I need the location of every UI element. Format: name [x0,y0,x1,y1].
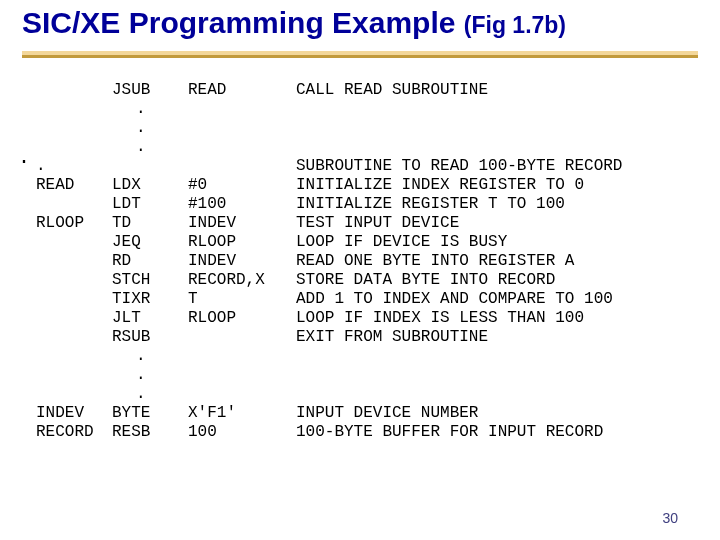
code-operand [188,329,296,348]
code-row: RLOOPTDINDEVTEST INPUT DEVICE [36,215,700,234]
code-operand: RECORD,X [188,272,296,291]
code-label [36,310,112,329]
code-label [36,82,112,101]
code-vertical-dot: . [36,386,700,405]
code-opcode: RSUB [112,329,188,348]
code-row: LDT#100INITIALIZE REGISTER T TO 100 [36,196,700,215]
code-row: RDINDEVREAD ONE BYTE INTO REGISTER A [36,253,700,272]
title-underline [22,51,698,61]
code-opcode: TD [112,215,188,234]
code-opcode: BYTE [112,405,188,424]
code-label [36,234,112,253]
code-comment: CALL READ SUBROUTINE [296,82,700,101]
code-opcode: JEQ [112,234,188,253]
code-comment: LOOP IF DEVICE IS BUSY [296,234,700,253]
code-label: RECORD [36,424,112,443]
code-comment: ADD 1 TO INDEX AND COMPARE TO 100 [296,291,700,310]
code-opcode [112,158,188,177]
code-label [36,272,112,291]
code-row: JEQRLOOPLOOP IF DEVICE IS BUSY [36,234,700,253]
code-comment: READ ONE BYTE INTO REGISTER A [296,253,700,272]
code-comment: STORE DATA BYTE INTO RECORD [296,272,700,291]
code-row: JLTRLOOPLOOP IF INDEX IS LESS THAN 100 [36,310,700,329]
code-comment: TEST INPUT DEVICE [296,215,700,234]
page-title: SIC/XE Programming Example (Fig 1.7b) [22,6,698,41]
code-row: INDEVBYTEX'F1'INPUT DEVICE NUMBER [36,405,700,424]
code-comment: LOOP IF INDEX IS LESS THAN 100 [296,310,700,329]
code-label: INDEV [36,405,112,424]
code-comment: SUBROUTINE TO READ 100-BYTE RECORD [296,158,700,177]
code-comment: EXIT FROM SUBROUTINE [296,329,700,348]
title-main: SIC/XE Programming Example [22,6,455,39]
code-opcode: RESB [112,424,188,443]
title-area: SIC/XE Programming Example (Fig 1.7b) [0,0,720,41]
code-operand: X'F1' [188,405,296,424]
code-listing: JSUBREADCALL READ SUBROUTINE.....SUBROUT… [36,82,700,530]
code-operand: INDEV [188,253,296,272]
title-underline-dark [22,55,698,58]
code-comment: 100-BYTE BUFFER FOR INPUT RECORD [296,424,700,443]
code-row: READLDX#0INITIALIZE INDEX REGISTER TO 0 [36,177,700,196]
slide: SIC/XE Programming Example (Fig 1.7b) JS… [0,0,720,540]
code-row: RECORDRESB100100-BYTE BUFFER FOR INPUT R… [36,424,700,443]
code-label: RLOOP [36,215,112,234]
code-label: .. [36,158,112,177]
code-operand: #0 [188,177,296,196]
code-operand: #100 [188,196,296,215]
code-vertical-dot: . [36,101,700,120]
code-opcode: STCH [112,272,188,291]
code-operand: RLOOP [188,234,296,253]
code-vertical-dot: . [36,348,700,367]
code-comment: INITIALIZE REGISTER T TO 100 [296,196,700,215]
code-comment: INITIALIZE INDEX REGISTER TO 0 [296,177,700,196]
code-opcode: JLT [112,310,188,329]
code-label [36,291,112,310]
page-number: 30 [662,510,678,526]
code-operand: READ [188,82,296,101]
code-label [36,196,112,215]
title-sub: (Fig 1.7b) [464,12,566,38]
code-opcode: LDT [112,196,188,215]
code-opcode: LDX [112,177,188,196]
code-row: JSUBREADCALL READ SUBROUTINE [36,82,700,101]
code-comment: INPUT DEVICE NUMBER [296,405,700,424]
code-label [36,329,112,348]
code-vertical-dot: . [36,120,700,139]
code-vertical-dot: . [36,139,700,158]
code-label [36,253,112,272]
code-operand [188,158,296,177]
code-operand: RLOOP [188,310,296,329]
code-operand: 100 [188,424,296,443]
code-row: RSUBEXIT FROM SUBROUTINE [36,329,700,348]
code-row: STCHRECORD,XSTORE DATA BYTE INTO RECORD [36,272,700,291]
code-operand: T [188,291,296,310]
code-opcode: TIXR [112,291,188,310]
code-label: READ [36,177,112,196]
code-row: TIXRTADD 1 TO INDEX AND COMPARE TO 100 [36,291,700,310]
code-vertical-dot: . [36,367,700,386]
code-opcode: RD [112,253,188,272]
code-row: ..SUBROUTINE TO READ 100-BYTE RECORD [36,158,700,177]
code-operand: INDEV [188,215,296,234]
code-opcode: JSUB [112,82,188,101]
